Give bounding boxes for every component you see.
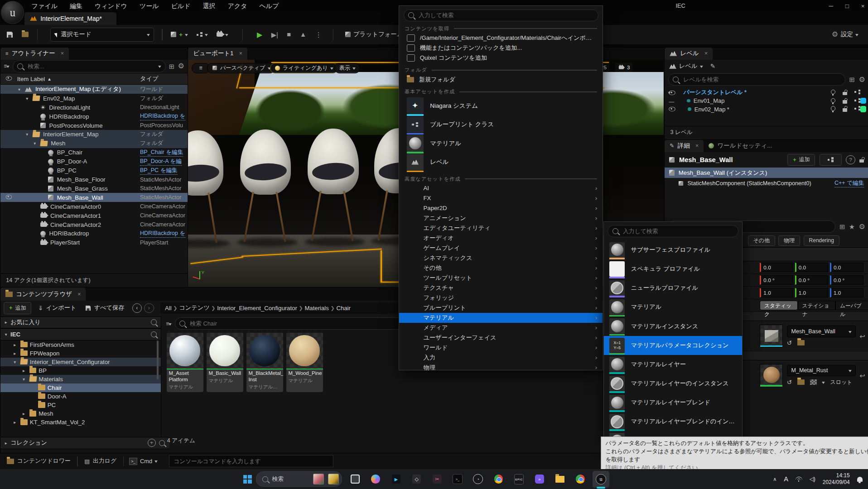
- expand-arrow-icon[interactable]: ▾: [18, 87, 20, 92]
- folder-Chair[interactable]: Chair: [0, 384, 161, 392]
- close-button[interactable]: ×: [861, 3, 865, 10]
- taskbar-icon-copilot[interactable]: [367, 471, 384, 488]
- stop-button[interactable]: ■: [282, 28, 295, 41]
- breadcrumb-All[interactable]: All: [165, 305, 172, 312]
- add-asset-button[interactable]: +追加: [4, 302, 31, 314]
- edit-cpp-link[interactable]: C++ で編集: [834, 179, 864, 187]
- forward-button[interactable]: ›: [144, 303, 154, 313]
- close-tab-icon[interactable]: ×: [77, 291, 81, 297]
- frame-skip-button[interactable]: ▶|: [267, 28, 283, 41]
- taskbar-icon-terminal[interactable]: >_: [449, 471, 466, 488]
- submenu-search-input[interactable]: [622, 227, 734, 235]
- menu-item-ツールプリセット[interactable]: ツールプリセット›: [399, 273, 603, 283]
- menu-item-niagara[interactable]: ✦Niagara システム: [399, 96, 603, 115]
- new-folder-icon[interactable]: ⊞: [169, 62, 174, 70]
- expand-arrow-icon[interactable]: ▸: [14, 351, 16, 356]
- folder-FirstPersonArms[interactable]: ▸FirstPersonArms: [0, 340, 161, 349]
- levels-search[interactable]: [668, 73, 845, 85]
- taskbar-icon-file-explorer[interactable]: [552, 471, 569, 488]
- tab-viewport[interactable]: ビューポート1 ×: [188, 48, 247, 60]
- perspective-dropdown[interactable]: パースペクティブ▾: [207, 63, 275, 73]
- output-log-button[interactable]: ▤ 出力ログ: [78, 457, 123, 465]
- taskbar-icon-epic-games[interactable]: EPIC: [511, 471, 527, 488]
- level-color-chip[interactable]: [860, 98, 866, 104]
- static-mesh-thumbnail[interactable]: [760, 325, 783, 348]
- visibility-eye-icon[interactable]: [0, 194, 17, 201]
- mobility-スタティック[interactable]: スタティック: [760, 301, 797, 311]
- menu-item-物理[interactable]: 物理›: [399, 363, 603, 373]
- folder-FPWeapon[interactable]: ▸FPWeapon: [0, 349, 161, 358]
- taskbar-icon-chrome[interactable]: [490, 471, 507, 488]
- material-dropdown[interactable]: M_Metal_Rust▾: [787, 365, 856, 376]
- grid-view-icon[interactable]: ⊞: [839, 223, 845, 230]
- mobility-ムーバブル[interactable]: ムーバブル: [835, 301, 868, 311]
- reset-icon[interactable]: ↩: [859, 332, 865, 340]
- cmd-dropdown[interactable]: >_ Cmd▾: [124, 458, 163, 465]
- levels-menu-button[interactable]: レベル▾: [669, 62, 703, 70]
- menu-選択[interactable]: 選択: [197, 0, 222, 12]
- actor-type-link[interactable]: BP_PC を編集: [140, 167, 178, 175]
- save-all-button[interactable]: すべて保存: [85, 304, 124, 312]
- root-section-iec[interactable]: ▾ IEC: [0, 328, 161, 340]
- details-settings-icon[interactable]: ⚙: [858, 223, 865, 230]
- submenu-search[interactable]: [608, 225, 738, 237]
- submenu-item[interactable]: マテリアル: [604, 297, 742, 316]
- console-command-input[interactable]: [169, 455, 334, 467]
- clock[interactable]: 14:15 2024/09/04: [823, 472, 850, 486]
- lock-icon[interactable]: [859, 159, 864, 163]
- outliner-row[interactable]: PlayerStartPlayerStart: [0, 238, 188, 247]
- menu-search-input[interactable]: [418, 11, 593, 19]
- material-thumbnail[interactable]: [760, 364, 783, 387]
- notifications-bell-icon[interactable]: [857, 477, 863, 482]
- actor-type-link[interactable]: HDRIBackdrop を: [140, 230, 185, 238]
- close-tab-icon[interactable]: ×: [695, 143, 699, 149]
- outliner-row[interactable]: CineCameraActor2CineCameraActor: [0, 220, 188, 229]
- menu-item-マテリアル[interactable]: マテリアル›: [399, 313, 603, 323]
- taskbar-icon-snipping-tool[interactable]: ✂: [429, 471, 446, 488]
- content-drawer-button[interactable]: コンテンツドロワー: [0, 457, 77, 465]
- reset-icon[interactable]: ↩: [859, 372, 865, 379]
- checker-icon[interactable]: [810, 379, 817, 385]
- breadcrumb-コンテンツ[interactable]: コンテンツ: [179, 304, 209, 312]
- breadcrumb-Materials[interactable]: Materials: [304, 305, 329, 312]
- close-tab-icon[interactable]: ×: [61, 50, 64, 57]
- asset-card[interactable]: M_Basic_Wallマテリアル: [207, 333, 244, 392]
- menu-編集[interactable]: 編集: [64, 0, 89, 12]
- transform-rotation-field[interactable]: 0.0 °: [795, 275, 829, 285]
- outliner-row[interactable]: Mesh_Base_WallStaticMeshActor: [0, 193, 188, 202]
- expand-arrow-icon[interactable]: ▾: [14, 360, 16, 364]
- add-collection-icon[interactable]: +: [148, 439, 156, 447]
- visibility-eye-icon[interactable]: [669, 107, 675, 111]
- taskbar-icon-unreal-engine[interactable]: u: [593, 471, 609, 488]
- filter-物理[interactable]: 物理: [778, 235, 800, 246]
- play-button[interactable]: ▶: [252, 28, 267, 41]
- outliner-row[interactable]: CineCameraActor1CineCameraActor: [0, 211, 188, 220]
- lock-icon[interactable]: [843, 92, 847, 95]
- close-tab-icon[interactable]: ×: [704, 50, 708, 57]
- lighting-icon[interactable]: [831, 90, 836, 95]
- use-selected-icon[interactable]: ↺: [787, 340, 792, 346]
- save-button[interactable]: [2, 28, 17, 41]
- blueprint-icon[interactable]: [854, 106, 860, 111]
- menu-item-Paper2D[interactable]: Paper2D›: [399, 203, 603, 213]
- level-row[interactable]: Env01_Map: [665, 97, 868, 105]
- menu-item[interactable]: /Game/Interior_Element_Configurator/Mate…: [399, 33, 603, 43]
- levels-settings-icon[interactable]: ⚙: [858, 76, 865, 83]
- eject-button[interactable]: ▲: [295, 28, 311, 41]
- menu-item[interactable]: 機能またはコンテンツパックを追加...: [399, 43, 603, 53]
- menu-ヘルプ[interactable]: ヘルプ: [253, 0, 285, 12]
- folder-Door-A[interactable]: Door-A: [0, 392, 161, 401]
- lighting-icon[interactable]: [831, 106, 836, 111]
- levels-search-input[interactable]: [682, 76, 841, 83]
- favorites-section[interactable]: ▸ お気に入り: [0, 316, 161, 328]
- menu-item-level[interactable]: レベル: [399, 153, 603, 172]
- submenu-item[interactable]: マテリアルレイヤーブレンドのインスタンス: [604, 412, 742, 431]
- outliner-settings-icon[interactable]: ⚙: [178, 62, 184, 70]
- submenu-item[interactable]: マテリアルインスタンス: [604, 316, 742, 336]
- asset-card[interactable]: M_Wood_Pineマテリアル: [286, 333, 323, 392]
- asset-card[interactable]: M_BlackMetal_Instマテリアルインス...: [246, 333, 284, 392]
- help-icon[interactable]: ?: [846, 155, 855, 164]
- transform-location-field[interactable]: 0.0: [760, 263, 793, 273]
- tab-interior-element-map[interactable]: InteriorElement_Map*: [24, 12, 116, 25]
- blueprint-icon[interactable]: [854, 98, 860, 103]
